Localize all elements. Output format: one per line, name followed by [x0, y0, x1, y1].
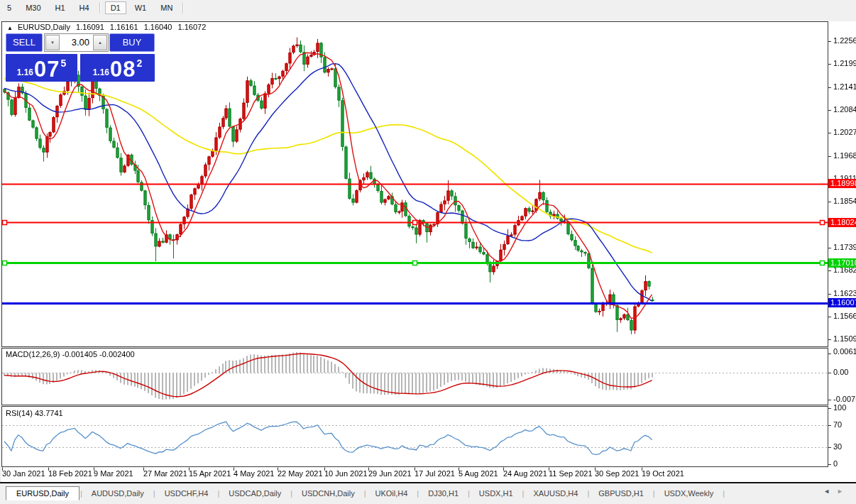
tab-separator: | [723, 489, 725, 498]
price-axis-tick-label: 1.18545 [833, 197, 856, 205]
bid-price-box[interactable]: 1.16 07 5 [6, 54, 77, 82]
price-axis-tick-label: 1.22565 [833, 36, 856, 45]
price-axis-tick-label: 1.21995 [833, 59, 856, 67]
date-axis-label: 9 Mar 2021 [94, 469, 133, 478]
volume-decrease-icon[interactable]: ▼ [45, 35, 60, 50]
toolbar-separator [99, 2, 101, 13]
hline-price-badge: 1.18024 [828, 218, 856, 227]
timeframe-button-5[interactable]: 5 [1, 1, 17, 14]
price-axis-tick-label: 1.21410 [833, 82, 856, 91]
price-axis-tick-label: 1.16235 [833, 289, 856, 297]
tab-gbpusd-h1[interactable]: GBPUSD,H1 [590, 487, 652, 500]
ask-price-prefix: 1.16 [93, 67, 109, 77]
date-axis-label: 29 Jun 2021 [368, 469, 412, 478]
macd-indicator-label: MACD(12,26,9) -0.001405 -0.002400 [6, 350, 135, 358]
volume-increase-icon[interactable]: ▲ [93, 35, 107, 50]
date-axis-label: 30 Jan 2021 [2, 469, 45, 478]
timeframe-toolbar: 5M30H1H4D1W1MN [0, 0, 856, 16]
hline-price-badge: 1.18998 [828, 179, 856, 188]
timeframe-button-mn[interactable]: MN [155, 1, 178, 14]
ohlc-low: 1.16040 [144, 23, 172, 31]
tab-usdx-h1[interactable]: USDX,H1 [471, 487, 522, 500]
rsi-axis-tick-label: 0 [833, 459, 838, 468]
chart-info-bar: ▲ EURUSD,Daily 1.16091 1.16161 1.16040 1… [7, 23, 209, 31]
ohlc-close: 1.16072 [178, 23, 207, 31]
tab-audusd-daily[interactable]: AUDUSD,Daily [83, 487, 153, 500]
ask-price-big: 08 [110, 59, 136, 80]
timeframe-button-h4[interactable]: H4 [74, 1, 95, 14]
tab-separator: | [587, 489, 589, 498]
rsi-indicator-label: RSI(14) 43.7741 [6, 409, 63, 417]
timeframe-button-w1[interactable]: W1 [129, 1, 153, 14]
ohlc-high: 1.16161 [110, 23, 138, 31]
volume-input[interactable] [60, 34, 92, 50]
buy-button[interactable]: BUY [109, 33, 155, 52]
bid-price-prefix: 1.16 [17, 67, 33, 77]
tab-separator: | [653, 489, 655, 498]
date-axis-label: 4 May 2021 [234, 469, 274, 478]
tab-scroll-left-icon[interactable]: ◄ [823, 488, 837, 495]
bid-price-pip: 5 [61, 57, 67, 69]
chart-symbol-label: EURUSD,Daily [18, 23, 70, 31]
tab-separator: | [153, 489, 155, 498]
toolbar-separator [182, 2, 184, 13]
tab-separator: | [290, 489, 292, 498]
price-axis-tick-label: 1.19685 [833, 151, 856, 160]
tab-separator: | [80, 489, 82, 498]
tab-scroll-nav: ◄► [823, 488, 850, 495]
date-axis-label: 5 Aug 2021 [459, 469, 498, 478]
volume-spinner: ▼ ▲ [44, 33, 109, 52]
tab-separator: | [417, 489, 419, 498]
hline-price-badge: 1.16007 [828, 298, 856, 307]
macd-axis-max-label: 0.006193 [833, 347, 856, 356]
price-axis-tick-label: 1.15665 [833, 312, 856, 320]
tab-usdcnh-daily[interactable]: USDCNH,Daily [293, 487, 363, 500]
rsi-axis-tick-label: 30 [833, 442, 842, 451]
price-axis-tick-label: 1.17390 [833, 243, 856, 251]
macd-axis-zero-label: 0.00 [833, 368, 848, 376]
tab-usdcad-daily[interactable]: USDCAD,Daily [220, 487, 290, 500]
tab-separator: | [364, 489, 366, 498]
date-axis-label: 30 Sep 2021 [595, 469, 639, 478]
date-axis-label: 22 May 2021 [278, 469, 323, 478]
date-axis-label: 27 Mar 2021 [143, 469, 187, 478]
tab-scroll-right-icon[interactable]: ► [837, 488, 850, 495]
tab-dj30-h1[interactable]: DJ30,H1 [419, 487, 467, 500]
mt4-chart-window: 5M30H1H4D1W1MN ▲ EURUSD,Daily 1.16091 1.… [0, 0, 856, 504]
rsi-axis-tick-label: 100 [833, 403, 846, 412]
sell-button[interactable]: SELL [6, 33, 43, 52]
timeframe-button-h1[interactable]: H1 [50, 1, 71, 14]
timeframe-button-d1[interactable]: D1 [105, 1, 126, 14]
price-axis-tick-label: 1.20840 [833, 105, 856, 114]
date-axis-label: 24 Aug 2021 [503, 469, 547, 478]
tab-eurusd-daily[interactable]: EURUSD,Daily [6, 486, 79, 500]
price-axis-tick-label: 1.15095 [833, 334, 856, 343]
timeframe-button-m30[interactable]: M30 [20, 1, 46, 14]
date-axis-label: 17 Jul 2021 [415, 469, 455, 478]
tab-separator: | [217, 489, 219, 498]
date-axis-label: 15 Apr 2021 [189, 469, 231, 478]
date-axis-label: 10 Jun 2021 [324, 469, 368, 478]
ask-price-box[interactable]: 1.16 08 2 [80, 54, 155, 82]
date-axis-label: 11 Sep 2021 [549, 469, 593, 478]
tab-separator: | [522, 489, 525, 498]
ohlc-open: 1.16091 [76, 23, 104, 31]
bid-price-big: 07 [34, 59, 60, 80]
collapse-triangle-icon[interactable]: ▲ [7, 25, 13, 31]
tab-usdchf-h4[interactable]: USDCHF,H4 [156, 487, 217, 500]
tab-usdx-weekly[interactable]: USDX,Weekly [656, 487, 722, 500]
tab-xauusd-h4[interactable]: XAUUSD,H4 [525, 487, 586, 500]
macd-axis-min-label: -0.00762 [833, 395, 856, 403]
ask-price-pip: 2 [137, 57, 143, 69]
chart-tab-bar: EURUSD,Daily|AUDUSD,Daily|USDCHF,H4|USDC… [0, 484, 856, 503]
rsi-axis-tick-label: 70 [833, 420, 842, 429]
hline-price-badge: 1.17010 [828, 258, 856, 268]
tab-separator: | [468, 489, 470, 498]
price-axis-tick-label: 1.20270 [833, 128, 856, 136]
date-axis-label: 18 Feb 2021 [48, 469, 92, 478]
date-axis-label: 19 Oct 2021 [642, 469, 684, 478]
tab-ukoil-h4[interactable]: UKOil,H4 [367, 487, 417, 500]
